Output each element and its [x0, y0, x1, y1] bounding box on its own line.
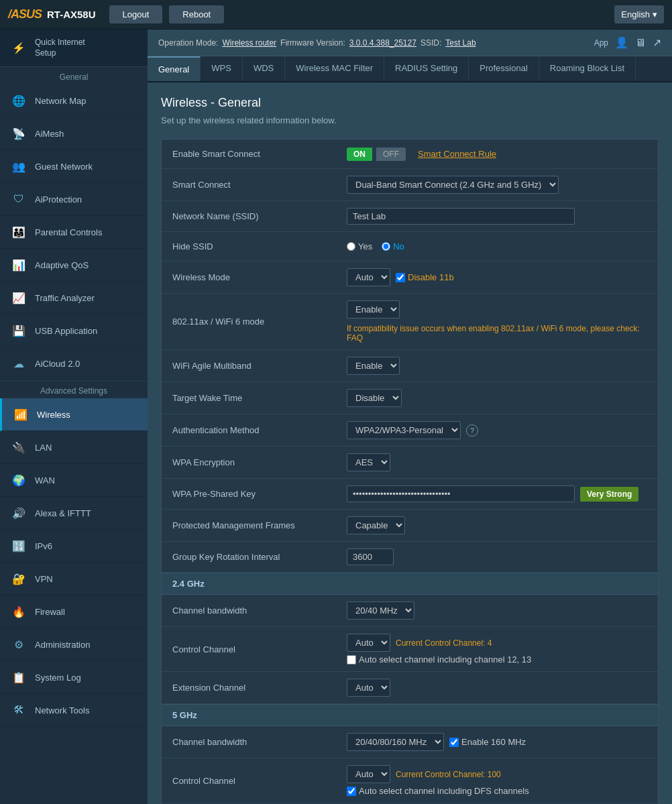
aiprotection-icon: 🛡: [9, 190, 28, 209]
enable160-label[interactable]: Enable 160 MHz: [449, 737, 526, 747]
page-title: Wireless - General: [161, 96, 659, 110]
wireless-mode-row: Wireless Mode Auto Disable 11b: [162, 262, 658, 294]
wifi6-faq-link[interactable]: FAQ: [347, 333, 363, 343]
wpa-key-input[interactable]: [347, 485, 575, 502]
sidebar-item-aiprotection[interactable]: 🛡 AiProtection: [0, 183, 148, 216]
ch-bw-5-select[interactable]: 20/40/80/160 MHz: [347, 733, 444, 751]
disable11b-label[interactable]: Disable 11b: [396, 272, 454, 282]
language-selector[interactable]: English ▾: [614, 5, 664, 23]
sidebar-label-aicloud: AiCloud 2.0: [35, 359, 80, 369]
hide-ssid-yes-radio[interactable]: [347, 242, 355, 251]
disable11b-checkbox[interactable]: [396, 273, 405, 282]
tab-wds[interactable]: WDS: [243, 56, 285, 81]
gkri-input[interactable]: [347, 549, 394, 565]
sidebar-item-network-map[interactable]: 🌐 Network Map: [0, 84, 148, 117]
auth-method-info-icon[interactable]: ?: [466, 424, 478, 437]
auto-ch-24-label[interactable]: Auto select channel including channel 12…: [347, 654, 531, 665]
sidebar-label-vpn: VPN: [35, 574, 53, 584]
aimesh-icon: 📡: [9, 124, 28, 143]
sidebar-item-parental-controls[interactable]: 👨‍👩‍👧 Parental Controls: [0, 216, 148, 249]
sidebar-item-usb-application[interactable]: 💾 USB Application: [0, 314, 148, 347]
sidebar-item-firewall[interactable]: 🔥 Firewall: [0, 595, 148, 628]
sidebar-item-ipv6[interactable]: 🔢 IPv6: [0, 530, 148, 563]
ch-bw-24-select[interactable]: 20/40 MHz: [347, 601, 414, 620]
pmf-row: Protected Management Frames Capable: [162, 510, 658, 542]
toggle-off[interactable]: OFF: [376, 148, 406, 161]
target-wake-control: Disable: [347, 389, 647, 407]
wireless-general-form: Enable Smart Connect ON OFF Smart Connec…: [161, 139, 659, 804]
ctrl-ch-5-label: Control Channel: [172, 776, 347, 786]
logo-area: /ASUS RT-AX58U: [8, 7, 96, 21]
sidebar-item-vpn[interactable]: 🔐 VPN: [0, 563, 148, 595]
sidebar-item-wan[interactable]: 🌍 WAN: [0, 464, 148, 497]
wifi-multiband-select[interactable]: Enable: [347, 357, 400, 375]
sidebar-item-wireless[interactable]: 📶 Wireless: [0, 398, 148, 431]
auto-ch-24-checkbox[interactable]: [347, 655, 356, 665]
sidebar-item-aimesh[interactable]: 📡 AiMesh: [0, 117, 148, 150]
share-icon[interactable]: ↗: [653, 36, 661, 49]
tab-general[interactable]: General: [148, 56, 201, 81]
target-wake-select[interactable]: Disable: [347, 389, 402, 407]
smart-connect-toggle[interactable]: ON OFF: [347, 148, 406, 161]
strength-badge: Very Strong: [580, 487, 638, 502]
people-icon[interactable]: 👤: [615, 36, 628, 49]
hide-ssid-no-label[interactable]: No: [382, 241, 404, 251]
current-ch-5: Current Control Channel: 100: [396, 770, 501, 779]
wifi6-select[interactable]: Enable: [347, 300, 400, 319]
sidebar-item-aicloud[interactable]: ☁ AiCloud 2.0: [0, 347, 148, 380]
ctrl-ch-5-select[interactable]: Auto: [347, 765, 390, 783]
wifi6-row: 802.11ax / WiFi 6 mode Enable If compati…: [162, 294, 658, 350]
sidebar-item-alexa[interactable]: 🔊 Alexa & IFTTT: [0, 497, 148, 530]
pmf-select[interactable]: Capable: [347, 516, 405, 534]
enable160-checkbox[interactable]: [449, 738, 459, 747]
reboot-button[interactable]: Reboot: [169, 5, 224, 23]
wireless-mode-control: Auto Disable 11b: [347, 268, 647, 286]
sidebar-item-system-log[interactable]: 📋 System Log: [0, 661, 148, 694]
system-log-icon: 📋: [9, 668, 28, 687]
hide-ssid-no-radio[interactable]: [382, 242, 390, 251]
quick-internet-setup[interactable]: ⚡ Quick InternetSetup: [0, 30, 148, 66]
adaptive-qos-icon: 📊: [9, 255, 28, 274]
op-mode-link[interactable]: Wireless router: [222, 38, 276, 48]
hide-ssid-yes-label[interactable]: Yes: [347, 241, 372, 251]
sidebar-item-network-tools[interactable]: 🛠 Network Tools: [0, 694, 148, 727]
sidebar-item-guest-network[interactable]: 👥 Guest Network: [0, 150, 148, 183]
auto-dfs-label[interactable]: Auto select channel including DFS channe…: [347, 786, 529, 796]
wpa-enc-row: WPA Encryption AES: [162, 447, 658, 479]
toggle-on[interactable]: ON: [347, 148, 372, 161]
ch-bw-5-control: 20/40/80/160 MHz Enable 160 MHz: [347, 733, 647, 751]
smart-connect-mode-select[interactable]: Dual-Band Smart Connect (2.4 GHz and 5 G…: [347, 176, 559, 194]
sidebar-label-network-map: Network Map: [35, 96, 87, 106]
monitor-icon[interactable]: 🖥: [635, 37, 646, 49]
quick-setup-icon: ⚡: [9, 39, 28, 58]
tab-wps[interactable]: WPS: [201, 56, 243, 81]
sidebar-label-aiprotection: AiProtection: [35, 194, 82, 205]
wifi6-control: Enable If compatibility issue occurs whe…: [347, 300, 647, 343]
ext-ch-24-select[interactable]: Auto: [347, 679, 390, 697]
sidebar-item-administration[interactable]: ⚙ Administration: [0, 628, 148, 661]
wpa-enc-select[interactable]: AES: [347, 453, 390, 471]
ctrl-ch-24-control: Auto Current Control Channel: 4 Auto sel…: [347, 634, 647, 665]
ctrl-ch-24-select[interactable]: Auto: [347, 634, 390, 652]
sidebar-item-adaptive-qos[interactable]: 📊 Adaptive QoS: [0, 249, 148, 282]
smart-connect-rule-link[interactable]: Smart Connect Rule: [418, 149, 496, 159]
ssid-value[interactable]: Test Lab: [445, 38, 475, 48]
ssid-label: Network Name (SSID): [172, 211, 347, 221]
logout-button[interactable]: Logout: [109, 5, 163, 23]
pmf-label: Protected Management Frames: [172, 520, 347, 530]
content-area: Operation Mode: Wireless router Firmware…: [148, 30, 672, 804]
tab-roaming-block-list[interactable]: Roaming Block List: [539, 56, 636, 81]
sidebar-item-lan[interactable]: 🔌 LAN: [0, 431, 148, 464]
fw-version[interactable]: 3.0.0.4.388_25127: [349, 38, 416, 48]
sidebar: ⚡ Quick InternetSetup General 🌐 Network …: [0, 30, 148, 804]
ssid-input[interactable]: [347, 208, 575, 225]
tab-radius-setting[interactable]: RADIUS Setting: [384, 56, 469, 81]
wireless-mode-select[interactable]: Auto: [347, 268, 390, 286]
tab-wireless-mac-filter[interactable]: Wireless MAC Filter: [285, 56, 384, 81]
sidebar-item-traffic-analyzer[interactable]: 📈 Traffic Analyzer: [0, 282, 148, 314]
auto-dfs-checkbox[interactable]: [347, 787, 356, 796]
tab-professional[interactable]: Professional: [469, 56, 539, 81]
op-mode-bar: Operation Mode: Wireless router Firmware…: [148, 30, 672, 56]
sidebar-label-alexa: Alexa & IFTTT: [35, 508, 91, 518]
auth-method-select[interactable]: WPA2/WPA3-Personal: [347, 421, 461, 439]
